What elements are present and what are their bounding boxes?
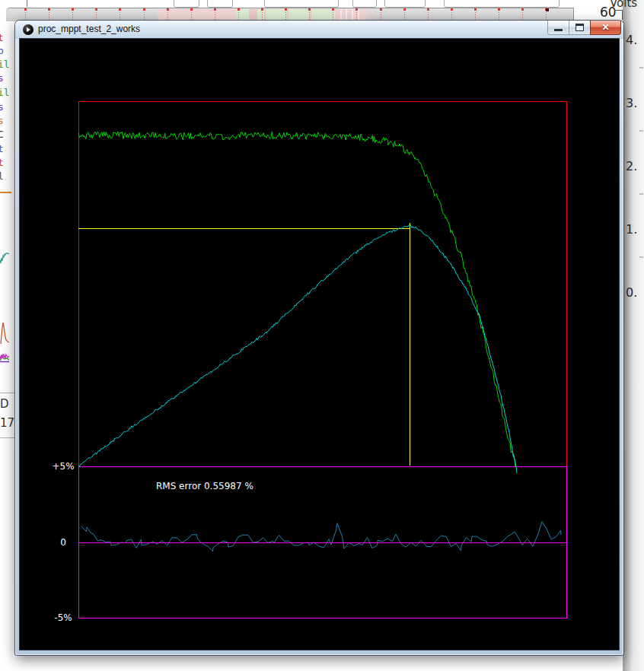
timeline-tick-dot xyxy=(119,8,121,11)
background-pane-edge xyxy=(27,0,27,7)
background-toolbar-field xyxy=(264,0,339,8)
background-axis-tick: 4. xyxy=(626,33,644,47)
background-divider xyxy=(0,393,15,393)
minimize-icon xyxy=(554,29,563,31)
background-toolbar-button xyxy=(352,0,377,8)
timeline-stripe xyxy=(310,9,311,21)
background-text-fragment: 17 xyxy=(0,416,14,430)
timeline-tick xyxy=(262,10,263,21)
background-toolbar-button xyxy=(384,0,426,8)
background-axis-tick: 0. xyxy=(626,285,644,300)
code-fragment: b xyxy=(0,46,4,56)
background-scale-label: 60 xyxy=(600,5,617,20)
window-title: proc_mppt_test_2_works xyxy=(38,24,140,34)
maximize-button[interactable] xyxy=(569,21,590,35)
timeline-tick xyxy=(120,10,120,21)
app-play-icon xyxy=(23,24,33,35)
timeline-tick-dot xyxy=(167,8,169,11)
background-minor-tick xyxy=(639,67,643,68)
sketch-window: proc_mppt_test_2_works ✕ +5% 0 -5% RMS e… xyxy=(15,21,623,655)
code-fragment: C xyxy=(0,129,4,139)
timeline-tick xyxy=(72,10,73,21)
timeline-tick-dot xyxy=(214,8,216,11)
power-curve xyxy=(78,225,517,473)
timeline-tick xyxy=(475,10,476,21)
timeline-tick-dot xyxy=(261,8,263,11)
timeline-stripe xyxy=(287,9,289,21)
error-axis-top-label: +5% xyxy=(48,461,78,472)
timeline-tick-dot xyxy=(332,8,334,11)
timeline-tick-dot xyxy=(355,8,358,11)
timeline-tick xyxy=(381,10,381,21)
timeline-tick-dot xyxy=(380,8,382,11)
code-fragment: s xyxy=(0,102,4,112)
background-axis-tick: 2. xyxy=(626,159,644,173)
timeline-tick-dot xyxy=(308,8,311,11)
timeline-marker-dot xyxy=(546,8,549,11)
background-timeline-bar xyxy=(6,8,574,21)
background-minor-tick xyxy=(639,193,643,195)
timeline-tick xyxy=(333,10,333,21)
error-axis-zero-label: 0 xyxy=(48,537,78,548)
iv-curve xyxy=(78,132,516,467)
background-toolbar-button xyxy=(174,0,199,8)
timeline-tick-dot xyxy=(143,8,145,11)
timeline-tick xyxy=(428,10,429,21)
timeline-tick xyxy=(404,10,405,21)
timeline-region-pink xyxy=(158,9,236,21)
timeline-stripe xyxy=(352,9,353,21)
code-fragment: s xyxy=(0,116,4,126)
mppt-plot xyxy=(20,39,619,650)
timeline-region-green xyxy=(257,9,335,21)
timeline-stripe xyxy=(358,9,359,21)
background-axis-tick: 3. xyxy=(626,96,644,110)
timeline-tick xyxy=(215,10,215,21)
timeline-tick xyxy=(522,10,523,21)
maximize-icon xyxy=(575,24,584,31)
timeline-tick-dot xyxy=(238,8,240,11)
error-trace xyxy=(81,522,561,552)
background-minor-tick xyxy=(639,256,643,258)
timeline-tick-dot xyxy=(95,8,97,11)
timeline-tick xyxy=(499,10,499,21)
timeline-tick xyxy=(96,10,97,21)
background-sparkline-teal xyxy=(0,248,10,268)
close-button[interactable]: ✕ xyxy=(590,21,621,35)
background-toolbar-field xyxy=(444,0,560,8)
timeline-tick-dot xyxy=(474,8,477,11)
background-axis-tick: 1. xyxy=(626,222,644,237)
background-toolbar-button xyxy=(207,0,233,8)
minimize-button[interactable] xyxy=(547,21,569,35)
background-sparkline-orange-flat xyxy=(0,192,11,193)
timeline-tick xyxy=(191,10,192,21)
timeline-tick-dot xyxy=(24,8,27,11)
timeline-tick-dot xyxy=(403,8,406,11)
background-text-fragment: D xyxy=(0,397,9,411)
timeline-tick-dot xyxy=(72,8,74,11)
code-fragment: il xyxy=(0,59,10,69)
timeline-tick xyxy=(25,10,26,21)
timeline-tick-dot xyxy=(498,8,500,11)
timeline-tick-dot xyxy=(427,8,429,11)
code-fragment: s xyxy=(0,73,4,83)
titlebar[interactable]: proc_mppt_test_2_works ✕ xyxy=(15,21,623,39)
background-divider xyxy=(0,437,15,438)
timeline-tick-dot xyxy=(521,8,524,11)
timeline-tick xyxy=(238,10,239,21)
code-fragment: t xyxy=(0,157,4,167)
close-icon: ✕ xyxy=(601,22,609,33)
timeline-tick xyxy=(546,10,547,21)
timeline-tick xyxy=(356,10,357,21)
timeline-tick xyxy=(451,10,452,21)
timeline-tick xyxy=(49,10,49,21)
plot-outer-box xyxy=(79,102,567,467)
timeline-tick xyxy=(167,10,168,21)
timeline-stripe xyxy=(346,9,347,21)
timeline-tick-dot xyxy=(451,8,453,11)
timeline-region-pink xyxy=(249,9,257,21)
code-fragment: t xyxy=(0,144,4,154)
background-sparkline-orange xyxy=(0,319,10,345)
sketch-canvas: +5% 0 -5% RMS error 0.55987 % xyxy=(20,39,619,650)
code-fragment: l xyxy=(0,171,4,181)
timeline-tick xyxy=(285,10,286,21)
